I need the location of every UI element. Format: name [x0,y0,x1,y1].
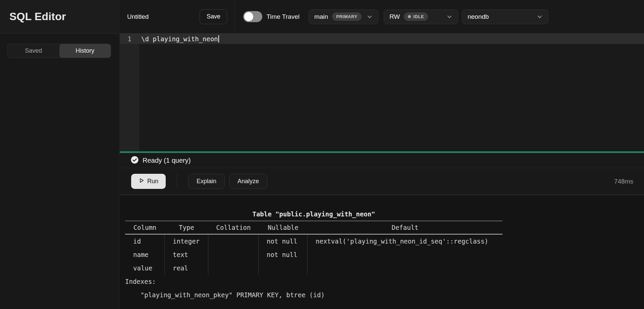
column-header: Nullable [259,221,308,234]
compute-status: IDLE [413,14,424,19]
topbar-divider [235,0,235,34]
cell: not null [259,235,308,248]
status-dot-icon [408,15,411,18]
cell: nextval('playing_with_neon_id_seq'::regc… [308,235,502,248]
indexes-label: Indexes: [125,275,644,288]
index-definition: "playing_with_neon_pkey" PRIMARY KEY, bt… [125,288,644,302]
chevron-down-icon [446,14,452,20]
status-bar: Ready (1 query) [120,153,644,168]
sidebar-header: SQL Editor [0,0,119,34]
table-row: name text not null [125,248,502,261]
chevron-down-icon [537,14,543,20]
active-code-line[interactable]: 1 \d playing_with_neon [120,34,644,44]
sql-editor-canvas[interactable]: 1 \d playing_with_neon [120,34,644,151]
cell [259,261,308,275]
cell [208,261,259,275]
compute-name: RW [389,13,400,20]
database-name: neondb [468,13,489,20]
save-button[interactable]: Save [200,9,227,24]
database-dropdown[interactable]: neondb [462,9,548,24]
sidebar: SQL Editor Saved History [0,0,119,309]
column-header: Type [165,221,208,234]
table-row: value real [125,261,502,275]
idle-status-badge: IDLE [404,12,428,21]
primary-badge: PRIMARY [332,12,362,21]
tab-saved[interactable]: Saved [8,44,59,58]
column-header: Collation [208,221,259,234]
result-table: Column Type Collation Nullable Default i… [125,221,502,275]
result-table-title: Table "public.playing_with_neon" [125,207,502,221]
cell [208,235,259,248]
branch-name: main [314,13,328,20]
main-area: Untitled Save Time Travel main PRIMARY R… [120,0,644,309]
cell: integer [165,235,208,248]
query-results: Table "public.playing_with_neon" Column … [120,195,644,309]
saved-history-tab-group: Saved History [7,44,111,58]
check-circle-icon [131,156,139,165]
branch-dropdown[interactable]: main PRIMARY [309,9,378,24]
explain-button[interactable]: Explain [188,174,225,189]
column-header: Column [125,221,165,234]
toggle-knob [244,12,253,21]
cell: not null [259,248,308,261]
query-title: Untitled [127,13,149,20]
run-button[interactable]: Run [131,174,166,189]
chevron-down-icon [367,14,373,20]
cell: text [165,248,208,261]
action-toolbar: Run Explain Analyze 748ms [120,168,644,195]
cell [308,248,502,261]
time-travel-label: Time Travel [266,13,300,20]
time-travel-toggle[interactable] [243,11,262,22]
compute-dropdown[interactable]: RW IDLE [384,9,458,24]
result-table-header: Column Type Collation Nullable Default [125,221,502,235]
page-title: SQL Editor [9,10,66,23]
line-number: 1 [120,35,139,43]
cell: value [125,261,165,275]
cell [308,261,502,275]
query-duration: 748ms [614,178,633,185]
cell: real [165,261,208,275]
table-row: id integer not null nextval('playing_wit… [125,235,502,248]
topbar: Untitled Save Time Travel main PRIMARY R… [120,0,644,34]
analyze-button[interactable]: Analyze [229,174,267,189]
status-message: Ready (1 query) [143,157,191,164]
play-icon [139,177,145,185]
column-header: Default [308,221,502,234]
code-text: \d playing_with_neon [141,35,218,43]
cell: id [125,235,165,248]
line-number-gutter [120,34,139,151]
run-label: Run [147,178,158,185]
toolbar-divider [177,174,177,189]
cell: name [125,248,165,261]
text-cursor [218,35,219,43]
tab-history[interactable]: History [59,44,111,58]
cell [208,248,259,261]
